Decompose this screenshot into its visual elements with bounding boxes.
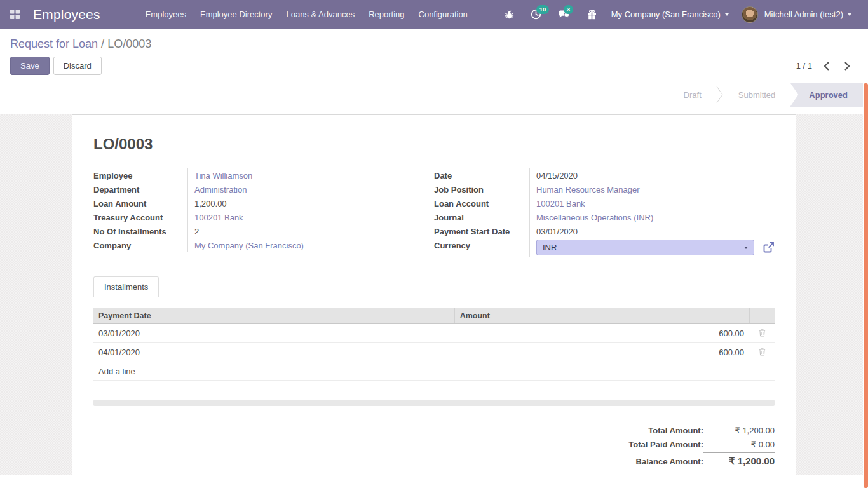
currency-selected-value: INR — [543, 243, 557, 252]
field-label: Job Position — [434, 182, 529, 196]
form-view-background: LO/0003 Employee Tina Williamson Departm… — [0, 114, 868, 475]
currency-select[interactable]: INR — [536, 240, 754, 255]
bug-icon — [505, 10, 514, 20]
breadcrumb: Request for Loan / LO/0003 — [10, 37, 858, 51]
balance-amount-value: ₹ 1,200.00 — [703, 452, 775, 470]
total-amount-value: ₹ 1,200.00 — [703, 423, 775, 437]
pager-next-button[interactable] — [841, 60, 853, 72]
field-label: Loan Amount — [93, 196, 187, 210]
activities-button[interactable]: 10 — [522, 0, 550, 29]
field-label: No Of Installments — [93, 224, 187, 238]
user-menu[interactable]: Mitchell Admin (test2) — [735, 0, 858, 29]
chevron-down-icon — [744, 247, 748, 249]
announcement-button[interactable] — [579, 0, 605, 29]
total-amount-row: Total Amount: ₹ 1,200.00 — [648, 423, 775, 437]
status-step-draft[interactable]: Draft — [669, 83, 716, 107]
field-loan-account: Loan Account 100201 Bank — [434, 196, 775, 210]
column-actions — [749, 308, 775, 324]
menu-employees[interactable]: Employees — [139, 0, 193, 29]
control-panel: Request for Loan / LO/0003 Save Discard … — [0, 29, 868, 83]
avatar — [742, 6, 758, 23]
activities-badge: 10 — [536, 5, 550, 14]
pager-previous-button[interactable] — [821, 60, 832, 72]
menu-employee-directory[interactable]: Employee Directory — [193, 0, 279, 29]
status-step-submitted[interactable]: Submitted — [724, 83, 790, 107]
messages-badge: 3 — [564, 5, 573, 14]
statusbar-arrow-icon — [716, 83, 724, 107]
field-currency: Currency INR — [434, 238, 775, 257]
column-amount[interactable]: Amount — [454, 308, 749, 324]
add-a-line-button[interactable]: Add a line — [93, 362, 775, 381]
column-payment-date[interactable]: Payment Date — [93, 308, 454, 324]
chevron-right-icon — [844, 61, 850, 71]
field-value-link[interactable]: 100201 Bank — [536, 199, 585, 208]
field-value-link[interactable]: Administration — [194, 185, 247, 194]
company-switcher[interactable]: My Company (San Francisco) — [605, 0, 735, 29]
balance-amount-row: Balance Amount: ₹ 1,200.00 — [636, 451, 775, 470]
field-department: Department Administration — [93, 182, 423, 196]
field-employee: Employee Tina Williamson — [93, 168, 423, 182]
field-label: Employee — [93, 168, 187, 182]
field-journal: Journal Miscellaneous Operations (INR) — [434, 210, 775, 224]
apps-grid-icon[interactable] — [5, 5, 24, 24]
field-label: Department — [93, 182, 187, 196]
field-label: Loan Account — [434, 196, 529, 210]
cell-payment-date[interactable]: 04/01/2020 — [93, 343, 454, 362]
chevron-down-icon — [848, 13, 851, 16]
field-group-left: Employee Tina Williamson Department Admi… — [93, 168, 434, 257]
field-value-link[interactable]: Tina Williamson — [194, 171, 252, 180]
field-group-right: Date 04/15/2020 Job Position Human Resou… — [434, 168, 775, 257]
field-company: Company My Company (San Francisco) — [93, 238, 423, 252]
scrollbar-thumb[interactable] — [864, 83, 868, 488]
breadcrumb-current: LO/0003 — [107, 37, 151, 50]
cell-payment-date[interactable]: 03/01/2020 — [93, 324, 454, 343]
field-label: Currency — [434, 238, 529, 257]
breadcrumb-parent-link[interactable]: Request for Loan — [10, 37, 98, 50]
field-value-link[interactable]: 100201 Bank — [194, 213, 243, 222]
total-paid-amount-label: Total Paid Amount: — [628, 437, 703, 451]
tab-installments[interactable]: Installments — [93, 276, 159, 297]
table-row[interactable]: 03/01/2020 600.00 — [93, 324, 775, 343]
field-date: Date 04/15/2020 — [434, 168, 775, 182]
table-row[interactable]: 04/01/2020 600.00 — [93, 343, 775, 362]
debug-button[interactable] — [496, 0, 522, 29]
delete-row-button[interactable] — [749, 343, 775, 362]
table-horizontal-scrollbar[interactable] — [93, 400, 775, 406]
pager-count: 1 / 1 — [796, 61, 812, 71]
field-value[interactable]: 1,200.00 — [194, 199, 227, 208]
totals-block: Total Amount: ₹ 1,200.00 Total Paid Amou… — [93, 423, 775, 470]
field-loan-amount: Loan Amount 1,200.00 — [93, 196, 423, 210]
open-record-button[interactable] — [763, 241, 775, 254]
menu-configuration[interactable]: Configuration — [412, 0, 475, 29]
app-brand[interactable]: Employees — [33, 7, 100, 22]
status-step-approved[interactable]: Approved — [790, 83, 863, 107]
navbar-right: 10 3 My Company (San Francisco) — [496, 0, 858, 29]
field-value[interactable]: 2 — [194, 227, 199, 236]
messages-button[interactable]: 3 — [550, 0, 579, 29]
chevron-left-icon — [824, 61, 830, 71]
field-value-link[interactable]: Miscellaneous Operations (INR) — [536, 213, 653, 222]
field-label: Company — [93, 238, 187, 252]
notebook-tabs: Installments — [93, 276, 775, 297]
field-payment-start-date: Payment Start Date 03/01/2020 — [434, 224, 775, 238]
field-label: Payment Start Date — [434, 224, 529, 238]
menu-reporting[interactable]: Reporting — [362, 0, 411, 29]
discard-button[interactable]: Discard — [53, 57, 102, 75]
cell-amount[interactable]: 600.00 — [454, 343, 749, 362]
trash-icon — [759, 348, 766, 356]
menu-loans-advances[interactable]: Loans & Advances — [279, 0, 362, 29]
trash-icon — [759, 329, 766, 337]
field-group: Employee Tina Williamson Department Admi… — [93, 168, 775, 257]
field-label: Journal — [434, 210, 529, 224]
table-header-row: Payment Date Amount — [93, 308, 775, 324]
field-value[interactable]: 03/01/2020 — [536, 227, 578, 236]
delete-row-button[interactable] — [749, 324, 775, 343]
total-amount-label: Total Amount: — [648, 423, 703, 437]
field-value-link[interactable]: Human Resources Manager — [536, 185, 640, 194]
field-value-link[interactable]: My Company (San Francisco) — [194, 241, 304, 250]
installments-table: Payment Date Amount 03/01/2020 600.00 — [93, 308, 775, 381]
cell-amount[interactable]: 600.00 — [454, 324, 749, 343]
field-value[interactable]: 04/15/2020 — [536, 171, 578, 180]
save-button[interactable]: Save — [10, 57, 50, 75]
company-name: My Company (San Francisco) — [611, 10, 721, 19]
